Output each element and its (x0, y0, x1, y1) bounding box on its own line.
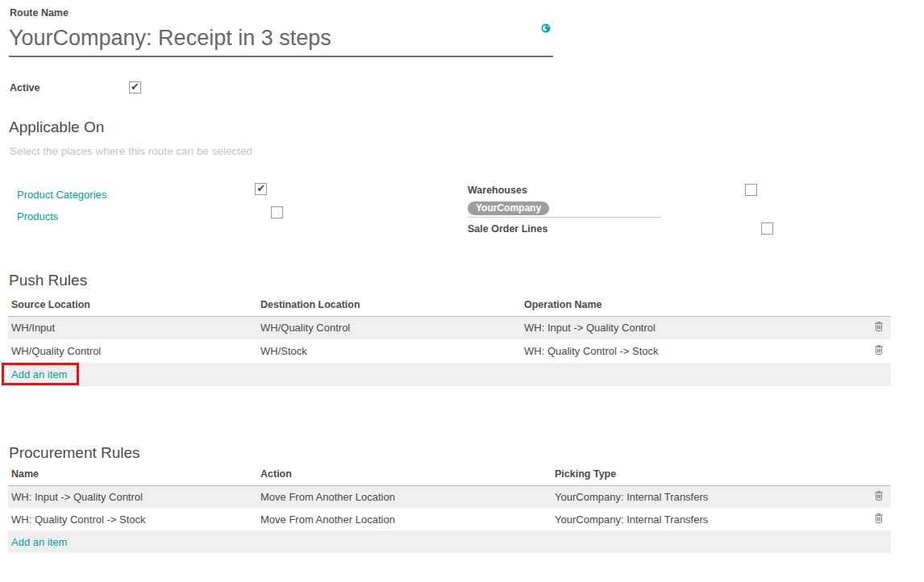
add-item-row: Add an item (8, 363, 891, 386)
trash-icon[interactable] (874, 490, 884, 501)
cell-destination-location[interactable]: WH/Quality Control (257, 316, 521, 339)
col-actions (847, 297, 891, 316)
table-header-row: Name Action Picking Type (8, 466, 891, 485)
route-name-field[interactable]: YourCompany: Receipt in 3 steps (9, 24, 553, 57)
col-name[interactable]: Name (8, 466, 257, 485)
cell-destination-location[interactable]: WH/Stock (257, 339, 521, 363)
sale-order-lines-checkbox[interactable] (761, 222, 773, 235)
warehouses-checkbox[interactable] (745, 184, 757, 196)
cell-action[interactable]: Move From Another Location (257, 485, 551, 508)
push-rules-table: Source Location Destination Location Ope… (8, 297, 891, 386)
product-categories-link[interactable]: Product Categories (17, 189, 106, 201)
col-action[interactable]: Action (257, 466, 551, 485)
cell-operation-name[interactable]: WH: Quality Control -> Stock (521, 339, 847, 363)
warehouse-tags-field[interactable]: YourCompany (468, 200, 661, 218)
col-source-location[interactable]: Source Location (8, 297, 257, 316)
col-operation-name[interactable]: Operation Name (521, 297, 847, 316)
translate-globe-icon[interactable] (541, 22, 551, 36)
products-link[interactable]: Products (17, 210, 58, 222)
route-name-value[interactable]: YourCompany: Receipt in 3 steps (9, 24, 553, 52)
applicable-on-title: Applicable On (9, 118, 104, 136)
cell-source-location[interactable]: WH/Input (8, 316, 257, 339)
product-categories-checkbox[interactable] (255, 183, 267, 195)
col-actions (847, 466, 891, 485)
trash-icon[interactable] (874, 321, 884, 332)
route-name-label: Route Name (10, 7, 69, 19)
procurement-rules-table: Name Action Picking Type WH: Input -> Qu… (8, 466, 891, 553)
trash-icon[interactable] (874, 344, 884, 355)
procurement-rules-add-an-item-link[interactable]: Add an item (11, 536, 67, 548)
active-label: Active (10, 82, 40, 94)
table-row: WH/Input WH/Quality Control WH: Input ->… (8, 316, 891, 339)
cell-operation-name[interactable]: WH: Input -> Quality Control (521, 316, 847, 339)
cell-name[interactable]: WH: Quality Control -> Stock (8, 508, 257, 530)
cell-picking-type[interactable]: YourCompany: Internal Transfers (551, 508, 847, 530)
col-picking-type[interactable]: Picking Type (551, 466, 847, 485)
applicable-on-subtitle: Select the places where this route can b… (10, 145, 252, 157)
push-rules-add-an-item-link[interactable]: Add an item (11, 368, 67, 380)
procurement-rules-title: Procurement Rules (9, 444, 140, 462)
cell-action[interactable]: Move From Another Location (257, 508, 551, 530)
cell-picking-type[interactable]: YourCompany: Internal Transfers (551, 485, 847, 508)
table-row: WH: Input -> Quality Control Move From A… (8, 485, 891, 508)
table-row: WH/Quality Control WH/Stock WH: Quality … (8, 339, 891, 363)
active-checkbox[interactable] (129, 81, 141, 94)
push-rules-title: Push Rules (9, 272, 87, 289)
trash-icon[interactable] (874, 513, 884, 524)
cell-name[interactable]: WH: Input -> Quality Control (8, 485, 257, 508)
col-destination-location[interactable]: Destination Location (257, 297, 521, 316)
add-item-row: Add an item (8, 530, 891, 553)
sale-order-lines-label: Sale Order Lines (468, 223, 547, 235)
warehouse-tag: YourCompany (468, 202, 549, 215)
warehouses-label: Warehouses (468, 185, 527, 196)
table-row: WH: Quality Control -> Stock Move From A… (8, 508, 891, 530)
cell-source-location[interactable]: WH/Quality Control (8, 339, 257, 363)
table-header-row: Source Location Destination Location Ope… (8, 297, 891, 316)
products-checkbox[interactable] (271, 206, 283, 218)
